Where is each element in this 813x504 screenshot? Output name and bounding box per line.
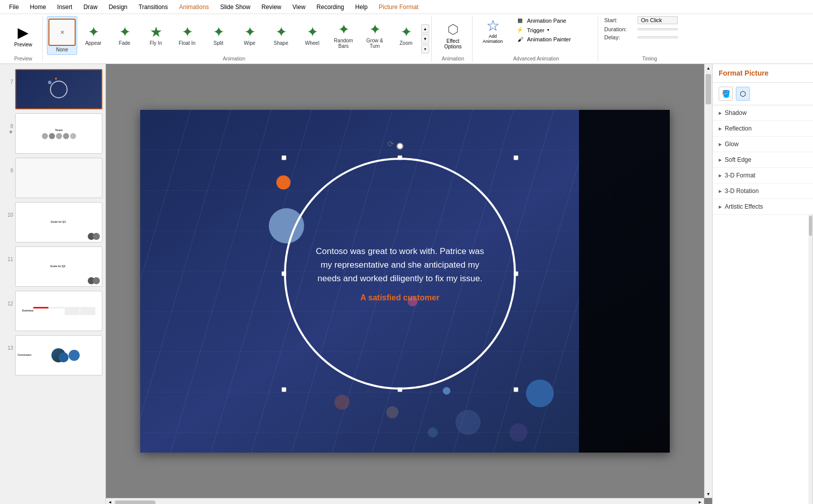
menu-animations[interactable]: Animations [174,2,214,13]
menu-insert[interactable]: Insert [52,2,77,13]
add-animation-label: AddAnimation [483,34,503,44]
soft-edge-arrow: ▶ [719,158,722,162]
handle-bottom-left[interactable] [281,387,286,392]
scroll-thumb-v[interactable] [706,74,711,104]
add-animation-button[interactable]: ☆ AddAnimation [479,16,507,46]
anim-fly-in[interactable]: ★ Fly In [141,23,171,48]
slide-thumb-9[interactable]: 9 [2,157,103,199]
preview-group-label: Preview [14,55,32,61]
slide-num-13: 13 [3,335,13,351]
start-value[interactable]: On Click [637,16,678,24]
menu-slideshow[interactable]: Slide Show [215,2,255,13]
timing-group-label: Timing [642,55,657,61]
rotate-handle[interactable] [396,143,403,150]
menu-picture-format[interactable]: Picture Format [374,2,424,13]
appear-icon: ✦ [88,25,99,39]
slide-img-9[interactable] [15,158,102,198]
attribution-text: A satisfied customer [312,293,488,302]
slide-img-7[interactable] [15,69,102,109]
canvas-scrollbar-vertical[interactable]: ▲ ▼ [704,64,712,498]
scroll-track-h [114,498,696,505]
anim-random-bars[interactable]: ✦ Random Bars [328,21,359,51]
advanced-items: ☆ AddAnimation ▦ Animation Pane ⚡ Trigge… [479,16,594,55]
float-in-label: Float In [179,40,195,46]
handle-bottom-right[interactable] [513,387,518,392]
3d-format-section[interactable]: ▶ 3-D Format [713,168,813,183]
glow-arrow: ▶ [719,142,722,147]
slide-img-12[interactable]: Summary [15,291,102,331]
trigger-button[interactable]: ⚡ Trigger ▾ [513,26,594,34]
duration-value[interactable] [637,28,678,30]
menu-file[interactable]: File [4,2,24,13]
preview-button[interactable]: ▶ Preview [8,22,38,49]
anim-wipe[interactable]: ✦ Wipe [235,23,265,48]
animation-painter-button[interactable]: 🖌 Animation Painter [513,35,594,43]
menu-view[interactable]: View [287,2,311,13]
slide-img-11[interactable]: Goals for Q2 [15,246,102,287]
slides-panel[interactable]: 7 8★ Team [0,64,106,504]
slide-img-10[interactable]: Goals for Q1 [15,202,102,242]
anim-float-in[interactable]: ✦ Float In [172,23,202,48]
anim-shape[interactable]: ✦ Shape [266,23,296,48]
handle-top-right[interactable] [513,155,518,160]
anim-appear[interactable]: ✦ Appear [78,23,108,48]
menu-design[interactable]: Design [103,2,132,13]
menu-review[interactable]: Review [256,2,286,13]
svg-point-22 [334,395,350,410]
anim-grow-turn[interactable]: ✦ Grow & Turn [360,21,390,51]
circle-container[interactable]: Contoso was great to work with. Patrice … [284,158,516,390]
menu-help[interactable]: Help [350,2,373,13]
effects-icon-btn[interactable]: ⬡ [736,87,750,101]
slide-thumb-7[interactable]: 7 [2,68,103,110]
svg-rect-21 [579,110,670,453]
menu-draw[interactable]: Draw [78,2,102,13]
anim-scroll-more[interactable]: ▾ [421,44,429,53]
anim-scroll-down[interactable]: ▼ [421,34,429,43]
slide-thumb-13[interactable]: 13 Conclusion [2,334,103,376]
anim-none[interactable]: ✕ None [47,16,77,55]
artistic-effects-section[interactable]: ▶ Artistic Effects [713,199,813,215]
scroll-track-v [705,72,712,490]
menu-home[interactable]: Home [25,2,51,13]
effect-options-button[interactable]: ⬡ EffectOptions [438,20,468,51]
scroll-left-arrow[interactable]: ◄ [106,498,114,504]
animation-pane-icon: ▦ [515,17,525,24]
slide-thumb-10[interactable]: 10 Goals for Q1 [2,201,103,243]
scroll-thumb-h[interactable] [115,500,155,505]
anim-zoom[interactable]: ✦ Zoom [391,23,421,48]
handle-top-left[interactable] [281,155,286,160]
menu-transitions[interactable]: Transitions [134,2,173,13]
shadow-section[interactable]: ▶ Shadow [713,105,813,121]
anim-wheel[interactable]: ✦ Wheel [297,23,327,48]
soft-edge-section[interactable]: ▶ Soft Edge [713,152,813,168]
scroll-down-arrow[interactable]: ▼ [705,490,712,498]
slide-img-13[interactable]: Conclusion [15,335,102,375]
reflection-section[interactable]: ▶ Reflection [713,121,813,137]
scroll-right-arrow[interactable]: ► [696,498,704,504]
menu-recording[interactable]: Recording [312,2,350,13]
canvas-scrollbar-horizontal[interactable]: ◄ ► [106,498,704,504]
zoom-icon: ✦ [400,25,412,39]
slide-canvas[interactable]: Contoso was great to work with. Patrice … [140,110,670,453]
slide-num-7: 7 [3,69,13,85]
anim-split[interactable]: ✦ Split [203,23,234,48]
animation-pane-button[interactable]: ▦ Animation Pane [513,16,594,25]
scroll-up-arrow[interactable]: ▲ [705,64,712,72]
slide-img-8[interactable]: Team [15,113,102,154]
delay-label: Delay: [604,34,634,40]
3d-rotation-section[interactable]: ▶ 3-D Rotation [713,183,813,199]
slide-thumb-11[interactable]: 11 Goals for Q2 [2,245,103,288]
anim-fade[interactable]: ✦ Fade [109,23,140,48]
right-panel-scroll-thumb[interactable] [809,216,812,236]
right-panel-scrollbar[interactable] [808,215,812,504]
glow-section[interactable]: ▶ Glow [713,137,813,152]
slide-thumb-8[interactable]: 8★ Team [2,112,103,155]
fill-line-icon-btn[interactable]: 🪣 [719,87,733,101]
artistic-effects-arrow: ▶ [719,205,722,209]
anim-scroll-up[interactable]: ▲ [421,24,429,33]
slide-thumb-12[interactable]: 12 Summary [2,290,103,332]
split-icon: ✦ [213,25,224,39]
delay-value[interactable] [637,36,678,38]
appear-label: Appear [85,40,101,46]
wheel-label: Wheel [305,40,319,46]
